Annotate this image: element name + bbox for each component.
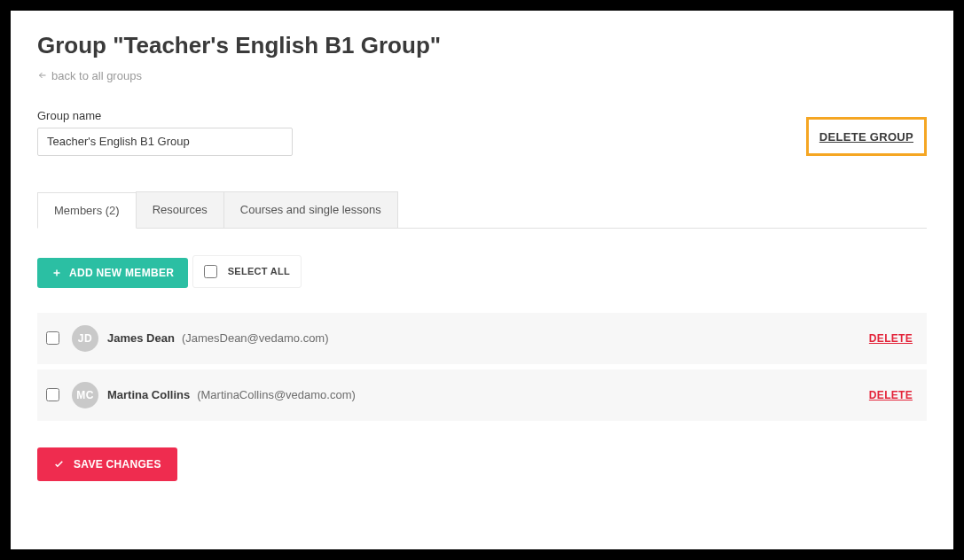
member-row: JD James Dean (JamesDean@vedamo.com) DEL… bbox=[37, 313, 927, 364]
back-link-label: back to all groups bbox=[51, 69, 142, 82]
group-name-input[interactable] bbox=[37, 128, 293, 156]
plus-icon bbox=[51, 268, 62, 278]
member-name: James Dean bbox=[107, 331, 175, 345]
group-name-field: Group name bbox=[37, 109, 293, 156]
delete-member-button[interactable]: DELETE bbox=[869, 332, 913, 345]
member-row: MC Martina Collins (MartinaCollins@vedam… bbox=[37, 369, 927, 421]
members-list: JD James Dean (JamesDean@vedamo.com) DEL… bbox=[37, 313, 927, 421]
select-all-row: SELECT ALL bbox=[192, 255, 302, 288]
tab-resources[interactable]: Resources bbox=[136, 191, 224, 228]
member-checkbox[interactable] bbox=[46, 388, 59, 401]
tab-members[interactable]: Members (2) bbox=[37, 192, 137, 229]
add-member-label: ADD NEW MEMBER bbox=[69, 267, 174, 279]
select-all-label: SELECT ALL bbox=[228, 266, 290, 276]
member-email: (JamesDean@vedamo.com) bbox=[182, 331, 329, 345]
member-email: (MartinaCollins@vedamo.com) bbox=[197, 388, 356, 401]
avatar: MC bbox=[72, 382, 98, 408]
tab-bar: Members (2) Resources Courses and single… bbox=[37, 191, 927, 229]
member-name: Martina Collins bbox=[107, 388, 190, 401]
group-name-label: Group name bbox=[37, 109, 293, 122]
select-all-checkbox[interactable] bbox=[204, 265, 217, 278]
delete-member-button[interactable]: DELETE bbox=[869, 389, 913, 401]
page-title: Group "Teacher's English B1 Group" bbox=[37, 32, 927, 59]
add-member-button[interactable]: ADD NEW MEMBER bbox=[37, 258, 188, 288]
delete-group-button[interactable]: DELETE GROUP bbox=[819, 130, 913, 144]
tab-courses[interactable]: Courses and single lessons bbox=[223, 191, 398, 228]
avatar: JD bbox=[72, 325, 98, 352]
save-changes-label: SAVE CHANGES bbox=[74, 458, 161, 471]
arrow-left-icon bbox=[37, 70, 48, 81]
member-checkbox[interactable] bbox=[46, 331, 59, 345]
back-to-groups-link[interactable]: back to all groups bbox=[37, 69, 142, 82]
delete-group-highlight: DELETE GROUP bbox=[806, 117, 927, 156]
check-icon bbox=[53, 458, 65, 470]
save-changes-button[interactable]: SAVE CHANGES bbox=[37, 447, 177, 481]
